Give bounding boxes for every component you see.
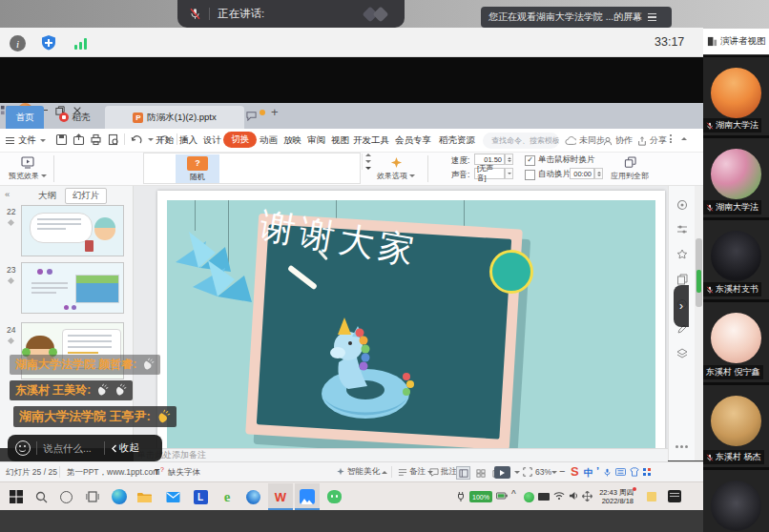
smart-beautify-button[interactable]: 智能美化 [336,466,387,478]
menubar-more-icon[interactable] [670,134,672,143]
tab-docer[interactable]: 稻壳 [48,106,101,129]
ime-toolbox-icon[interactable] [643,468,651,476]
toolbar-more-dots[interactable] [675,445,688,448]
collaborate-button[interactable]: 协作 [603,134,633,147]
print-preview-icon[interactable] [107,133,119,146]
missing-font-label[interactable]: 缺失字体 [168,467,200,479]
task-view-icon[interactable] [84,488,101,505]
wifi-icon[interactable] [553,491,565,501]
taskbar-clock[interactable]: 22:43 周四 2022/8/18 [595,488,634,506]
participant-tile[interactable]: 湖南大学法 [703,57,769,135]
wps-taskbar-icon[interactable]: W [272,488,289,505]
slide-thumbnail-23[interactable] [21,262,124,314]
cortana-icon[interactable] [57,488,74,505]
comments-toggle[interactable]: 批注 [429,466,457,478]
participant-tile[interactable]: 东溪村 倪宁鑫 [703,302,769,382]
power-plug-icon[interactable] [456,491,466,502]
style-icon[interactable] [676,199,688,211]
meeting-app-icon[interactable] [299,488,316,505]
effect-options-button[interactable]: 效果选项 [374,153,418,184]
edge-browser-icon[interactable] [111,488,128,505]
ie-browser-icon[interactable]: e [218,488,236,505]
slide-thumbnail-22[interactable] [21,205,124,256]
menu-slideshow[interactable]: 放映 [283,134,301,147]
speaker-icon[interactable] [569,491,579,501]
favorite-star-icon[interactable] [676,249,688,260]
presenter-view-button[interactable]: 演讲者视图 [703,29,769,54]
auto-advance-time[interactable]: 00:00 [570,168,594,179]
pages-icon[interactable] [676,274,688,285]
command-search-box[interactable]: 查找命令、搜索模板 [483,133,559,149]
mail-app-icon[interactable] [164,488,181,505]
taskbar-search-icon[interactable] [32,488,50,505]
collapse-ribbon-icon[interactable] [681,137,687,140]
missing-font-icon[interactable]: T [155,467,159,477]
zoom-out-icon[interactable]: − [559,465,565,477]
menu-animation[interactable]: 动画 [260,134,278,147]
sound-dropdown[interactable] [505,168,513,179]
comment-bubble-icon[interactable] [246,111,257,121]
browser-icon[interactable] [244,488,261,505]
participant-tile[interactable]: 湖南大学法 [703,138,769,217]
start-button[interactable] [8,488,25,505]
slide-page[interactable]: 谢谢大家 [157,191,665,458]
tab-outline[interactable]: 大纲 [38,190,56,202]
collapse-chat-button[interactable]: 收起 [111,441,139,455]
play-options-icon[interactable] [514,471,520,474]
undo-dropdown-icon[interactable] [148,138,154,141]
panel-collapse-icon[interactable]: « [5,189,10,199]
menu-transitions-active[interactable]: 切换 [223,132,257,148]
tab-home[interactable]: 首页 [6,106,44,129]
notes-toggle[interactable]: 备注 [398,466,433,478]
slide-sorter-view-button[interactable] [474,467,487,479]
new-tab-icon[interactable]: + [271,105,279,119]
zoom-dropdown-icon[interactable] [551,471,557,474]
participant-tile[interactable]: 东溪村 杨杰 [703,385,769,467]
sidebar-collapse-handle[interactable]: › [674,285,689,327]
action-center-icon[interactable] [668,490,681,502]
menu-start[interactable]: 开始 [156,134,174,147]
ime-mic-icon[interactable] [603,467,612,478]
battery-icon[interactable] [496,491,508,501]
sogou-ime-icon[interactable]: S [571,464,579,479]
tab-slides-active[interactable]: 幻灯片 [65,188,107,204]
print-icon[interactable] [90,133,102,146]
menu-review[interactable]: 审阅 [307,134,325,147]
vertical-scrollbar[interactable] [695,186,703,460]
zoom-level[interactable]: 63% [535,467,551,477]
layers-icon[interactable] [676,348,688,359]
normal-view-button[interactable] [456,466,470,480]
participant-tile[interactable]: 东溪村支书 [703,220,769,299]
battery-percent-badge[interactable]: 100% [469,491,492,502]
auto-advance-stepper[interactable] [594,168,603,179]
tab-document[interactable]: P 防溺水(1)(2).pptx [105,106,244,129]
notes-bar[interactable]: 单击此处添加备注 [134,448,668,461]
save-icon[interactable] [55,133,68,146]
chat-input[interactable] [43,442,98,454]
output-icon[interactable] [73,133,85,146]
file-menu[interactable]: 文件 [6,134,46,147]
preview-effect-button[interactable]: 预览效果 [8,153,48,184]
info-icon[interactable]: i [10,35,26,51]
menu-docer-res[interactable]: 稻壳资源 [439,134,475,147]
advance-on-click-option[interactable]: ✓ 单击鼠标时换片 [525,154,595,166]
menu-member[interactable]: 会员专享 [395,134,431,147]
wechat-icon[interactable] [325,488,343,505]
menu-design[interactable]: 设计 [203,134,221,147]
participant-tile[interactable] [703,470,769,532]
hidden-icons-chevron[interactable]: ^ [511,489,516,500]
move-tool-icon[interactable] [582,491,592,501]
device-icon[interactable] [538,493,550,501]
sound-select[interactable]: [无声音] [474,168,505,179]
undo-icon[interactable] [130,133,143,146]
transition-random[interactable]: ? 随机 [176,154,219,183]
lenovo-app-icon[interactable]: L [192,488,209,505]
apply-to-all-button[interactable]: 应用到全部 [609,153,651,184]
settings-sliders-icon[interactable] [676,224,688,235]
sync-status[interactable]: 未同步 [565,134,605,147]
menu-view[interactable]: 视图 [331,134,349,147]
antivirus-icon[interactable] [524,492,534,502]
security-shield-icon[interactable] [40,34,57,51]
slideshow-play-button[interactable] [494,466,510,479]
share-button[interactable]: 分享 [637,134,667,147]
